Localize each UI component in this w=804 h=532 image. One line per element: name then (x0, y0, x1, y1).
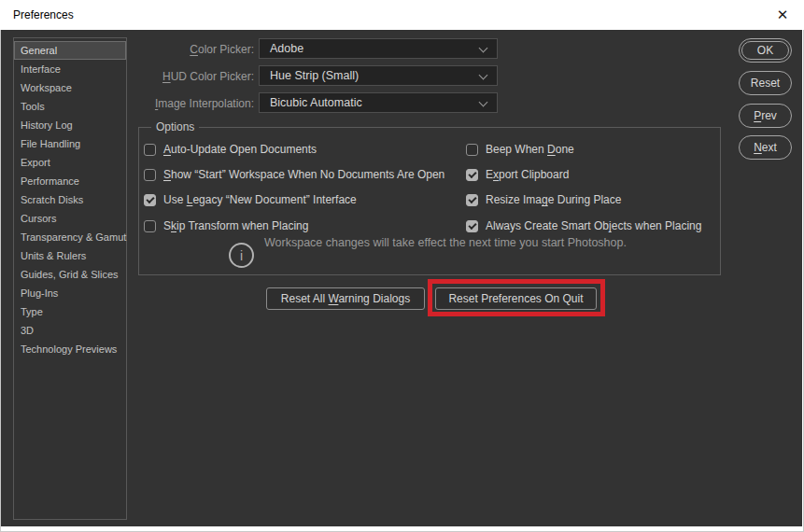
hud-color-picker-select[interactable]: Hue Strip (Small) (259, 65, 498, 86)
reset-all-warning-dialogs-button[interactable]: Reset All Warning Dialogs (266, 287, 425, 310)
sidebar-item-performance[interactable]: Performance (14, 172, 126, 190)
sidebar-item-export[interactable]: Export (14, 153, 126, 172)
options-group-title: Options (151, 120, 199, 133)
image-interpolation-label: Image Interpolation: (121, 97, 254, 110)
title-bar: Preferences ✕ (0, 0, 804, 30)
checkbox-row: Resize Image During Place (466, 190, 621, 209)
sidebar-item-interface[interactable]: Interface (14, 60, 126, 78)
reset-preferences-on-quit-button[interactable]: Reset Preferences On Quit (435, 287, 597, 310)
close-button[interactable]: ✕ (770, 4, 795, 26)
checkbox-label[interactable]: Use Legacy “New Document” Interface (163, 193, 357, 206)
sidebar-item-units-rulers[interactable]: Units & Rulers (14, 246, 126, 265)
checkbox-beep-when-done[interactable] (466, 144, 478, 156)
sidebar-item-file-handling[interactable]: File Handling (14, 134, 126, 153)
sidebar-item-history-log[interactable]: History Log (14, 116, 126, 134)
sidebar-item-workspace[interactable]: Workspace (14, 78, 126, 97)
color-picker-value: Adobe (270, 42, 303, 55)
image-interpolation-value: Bicubic Automatic (270, 96, 362, 109)
checkbox-row: Use Legacy “New Document” Interface (144, 190, 357, 209)
hud-color-picker-label: HUD Color Picker: (121, 70, 254, 83)
checkbox-always-create-smart-objects[interactable] (466, 220, 478, 232)
checkbox-resize-image-during-place[interactable] (466, 194, 478, 206)
sidebar-item-transparency-gamut[interactable]: Transparency & Gamut (14, 228, 126, 246)
sidebar-item-general[interactable]: General (14, 41, 126, 60)
close-icon: ✕ (777, 7, 789, 23)
sidebar-item-technology-previews[interactable]: Technology Previews (14, 340, 126, 358)
color-picker-label: Color Picker: (121, 43, 254, 56)
sidebar-item-tools[interactable]: Tools (14, 97, 126, 116)
checkbox-row: Always Create Smart Objects when Placing (466, 217, 701, 235)
preferences-category-list: General Interface Workspace Tools Histor… (13, 37, 127, 520)
checkbox-label[interactable]: Export Clipboard (486, 168, 569, 181)
checkbox-row: Skip Transform when Placing (144, 217, 308, 235)
checkbox-row: Auto-Update Open Documents (144, 140, 317, 159)
checkbox-skip-transform-when-placing[interactable] (144, 220, 156, 232)
checkbox-label[interactable]: Auto-Update Open Documents (163, 143, 317, 156)
sidebar-item-plug-ins[interactable]: Plug-Ins (14, 284, 126, 302)
info-icon: i (229, 243, 254, 268)
preferences-dialog: Preferences ✕ General Interface Workspac… (0, 0, 804, 532)
ok-button[interactable]: OK (739, 38, 792, 63)
prev-button[interactable]: Prev (739, 104, 792, 128)
hud-color-picker-value: Hue Strip (Small) (270, 69, 359, 82)
chevron-down-icon (479, 98, 488, 107)
checkbox-row: Beep When Done (466, 140, 574, 159)
sidebar-item-type[interactable]: Type (14, 302, 126, 321)
checkbox-row: Show “Start” Workspace When No Documents… (144, 165, 444, 184)
sidebar-item-3d[interactable]: 3D (14, 321, 126, 340)
checkbox-label[interactable]: Resize Image During Place (486, 193, 621, 206)
reset-button[interactable]: Reset (739, 71, 792, 95)
checkbox-label[interactable]: Show “Start” Workspace When No Documents… (163, 168, 444, 181)
checkbox-use-legacy-new-document[interactable] (144, 194, 156, 206)
chevron-down-icon (479, 71, 488, 80)
sidebar-item-guides-grid-slices[interactable]: Guides, Grid & Slices (14, 265, 126, 284)
color-picker-select[interactable]: Adobe (259, 38, 498, 59)
checkbox-show-start-workspace[interactable] (144, 169, 156, 181)
sidebar-item-scratch-disks[interactable]: Scratch Disks (14, 190, 126, 209)
dialog-title: Preferences (13, 8, 74, 21)
checkbox-label[interactable]: Always Create Smart Objects when Placing (486, 219, 701, 232)
checkbox-label[interactable]: Skip Transform when Placing (163, 219, 308, 232)
next-button[interactable]: Next (739, 135, 792, 160)
checkbox-export-clipboard[interactable] (466, 169, 478, 181)
checkbox-row: Export Clipboard (466, 165, 569, 184)
chevron-down-icon (479, 44, 488, 53)
image-interpolation-select[interactable]: Bicubic Automatic (259, 92, 498, 113)
checkbox-auto-update-open-documents[interactable] (144, 144, 156, 156)
sidebar-item-cursors[interactable]: Cursors (14, 209, 126, 228)
checkbox-label[interactable]: Beep When Done (486, 143, 574, 156)
workspace-restart-note: Workspace changes will take effect the n… (264, 236, 627, 249)
